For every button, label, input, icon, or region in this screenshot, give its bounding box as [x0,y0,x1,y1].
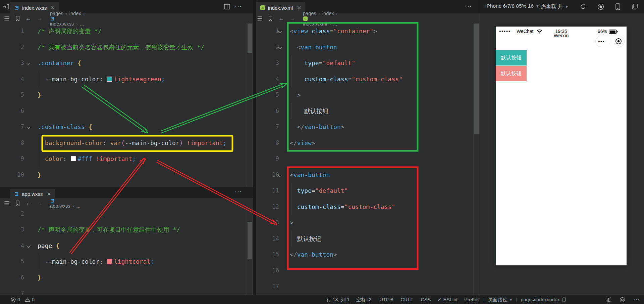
close-miniprogram-icon[interactable] [615,38,622,45]
code-line[interactable]: 1<view class="container"> [256,23,473,39]
more-actions-icon[interactable]: ··· [633,296,640,303]
outline-icon[interactable] [257,16,263,21]
code-line[interactable]: 6 默认按钮 [256,103,473,119]
code-line[interactable]: 8 background-color: var(--main-bg-color)… [0,135,247,151]
fold-chevron-icon[interactable] [26,61,31,65]
code-line[interactable]: 3.container { [0,55,247,71]
editor-actions-icon[interactable]: ··· [235,3,242,10]
code-line[interactable]: 9 color: #fff !important; [0,151,247,167]
prettier-status[interactable]: Prettier [464,297,480,302]
wxml-scrollbar-track[interactable] [473,24,479,295]
encoding[interactable]: UTF-8 [379,297,393,302]
more-dots-icon[interactable]: ••• [598,39,605,44]
indent-setting[interactable]: 空格: 2 [356,297,371,303]
phone-mode-icon[interactable] [615,3,621,10]
code-line[interactable]: 15</van-button> [256,247,473,263]
breadcrumb-segment[interactable]: pages [50,11,63,16]
close-tab-icon[interactable]: ✕ [47,191,51,197]
fold-chevron-icon[interactable] [26,125,31,129]
breadcrumb-segment[interactable]: index [322,11,334,16]
page-path-selector[interactable]: 页面路径 ▼ [488,297,513,303]
code-line[interactable]: 2/* 只有被当前类名容器包裹住的元素，使用该变量才生效 */ [0,39,247,55]
code-line[interactable]: 10} [0,167,247,183]
close-tab-icon[interactable]: ✕ [297,5,301,11]
hot-reload-toggle[interactable]: 热重载 开 ▼ [541,3,569,10]
tab-label: index.wxml [268,5,293,11]
restart-icon[interactable] [580,3,586,10]
errors-indicator[interactable]: 0 [11,297,20,302]
eol[interactable]: CRLF [401,297,414,302]
breadcrumb-segment[interactable]: index [69,11,81,16]
bookmark-icon[interactable] [268,16,273,21]
copy-icon[interactable] [561,297,566,302]
code-line[interactable]: 6 [0,103,247,119]
editor-actions-icon[interactable]: ··· [235,188,242,195]
code-line[interactable]: 3/* 声明全局的变量，可在项目中任意组件中使用 */ [0,222,247,238]
code-line[interactable]: 5 --main-bg-color: lightcoral; [0,254,247,270]
stop-icon[interactable] [597,3,604,10]
nav-back-icon[interactable]: ← [278,15,284,22]
phone-screen: ●●●●● WeChat 19:35 96% Weixin ••• 默认按钮默认… [496,27,627,265]
split-editor-icon[interactable] [224,4,230,9]
scrollbar-handle[interactable] [248,222,252,259]
code-line[interactable]: 17 [256,278,473,295]
outline-icon[interactable] [4,201,10,206]
record-icon[interactable] [620,297,625,303]
cursor-position[interactable]: 行 13, 列 1 [326,297,350,303]
tab-app-wxss[interactable]: app.wxss ✕ [10,189,55,199]
code-line[interactable]: 4 custom-class="custom-class" [256,71,473,87]
code-line[interactable]: 16 [256,263,473,279]
code-line[interactable]: 14 默认按钮 [256,231,473,247]
tab-index-wxml[interactable]: <> index.wxml ✕ [256,2,305,13]
wxml-file-icon: <> [260,5,265,10]
capsule-menu[interactable]: ••• [595,36,625,47]
scrollbar-handle[interactable] [474,24,479,134]
code-line[interactable]: 5} [0,87,247,103]
warnings-indicator[interactable]: 0 [25,297,35,302]
nav-back-icon[interactable]: ← [25,15,31,22]
appwxss-scrollbar-track[interactable] [247,208,253,295]
language-mode[interactable]: CSS [421,297,431,302]
code-line[interactable]: 12 custom-class="custom-class" [256,199,473,215]
code-line[interactable]: 11 type="default" [256,183,473,199]
code-line[interactable]: 3 type="default" [256,55,473,71]
code-line[interactable]: 2 <van-button [256,39,473,55]
capsule-divider [610,38,610,45]
code-line[interactable]: 13> [256,215,473,231]
wxss-scrollbar-track[interactable] [247,24,253,187]
code-text: .custom-class { [38,119,92,135]
indent-guide [291,231,291,247]
line-number: 9 [9,151,24,167]
code-line[interactable]: 7 </van-button> [256,119,473,135]
outline-icon[interactable] [4,16,10,21]
multi-window-icon[interactable] [631,3,638,10]
editor-actions-icon[interactable]: ··· [465,3,472,10]
nav-forward-icon[interactable]: → [290,15,296,22]
bookmark-icon[interactable] [15,16,20,21]
device-selector[interactable]: iPhone 6/7/8 85% 16 ▼ [485,3,539,9]
code-line[interactable]: 8</view> [256,135,473,151]
vconsole-icon[interactable] [606,297,611,303]
wxml-breadcrumb-row: ← → pages›index›<> index.wxml›... [257,13,478,24]
code-line[interactable]: 7.custom-class { [0,119,247,135]
code-line[interactable]: 6} [0,270,247,286]
code-line[interactable]: 1/* 声明局部的变量 */ [0,23,247,39]
code-line[interactable]: 10<van-button [256,167,473,183]
code-line[interactable]: 9 [256,151,473,167]
code-line[interactable]: 5 > [256,87,473,103]
code-line[interactable]: 2 [0,206,247,222]
nav-forward-icon[interactable]: → [37,15,43,22]
close-tab-icon[interactable]: ✕ [51,5,55,11]
toggle-sidebar-icon[interactable] [3,4,9,10]
code-text: </van-button> [290,247,337,263]
van-button[interactable]: 默认按钮 [496,66,527,81]
eslint-status[interactable]: ✓ESLint [437,297,458,302]
breadcrumb-segment[interactable]: pages [303,11,316,16]
van-button[interactable]: 默认按钮 [496,50,527,66]
current-page-path[interactable]: pages/index/index [521,297,566,302]
fold-chevron-icon[interactable] [26,244,31,248]
code-line[interactable]: 4 --main-bg-color: lightseagreen; [0,71,247,87]
bookmark-icon[interactable] [15,201,20,206]
code-line[interactable]: 4page { [0,238,247,254]
scrollbar-handle[interactable] [248,24,252,53]
